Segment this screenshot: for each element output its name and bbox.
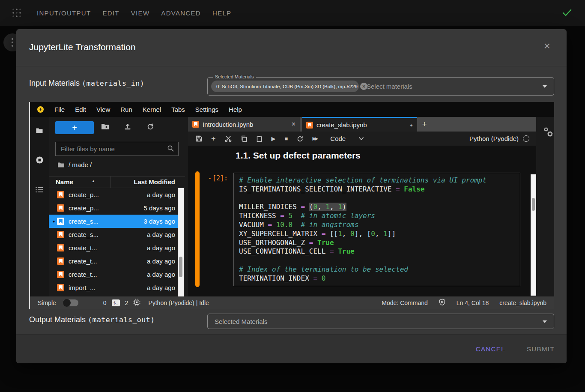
output-materials-label: Output Materials (materials_out): [29, 315, 155, 324]
code-line: [239, 194, 515, 203]
column-last-modified[interactable]: Last Modified: [134, 178, 175, 186]
column-name[interactable]: Name: [56, 178, 73, 186]
run-cell-icon[interactable]: ▶: [272, 136, 276, 141]
app-top-bar: INPUT/OUTPUT EDIT VIEW ADVANCED HELP: [0, 0, 585, 26]
jupyter-menu-help[interactable]: Help: [229, 106, 242, 113]
table-of-contents-icon[interactable]: [30, 181, 49, 198]
new-tab-button[interactable]: +: [417, 117, 432, 132]
copy-icon[interactable]: [241, 135, 247, 142]
file-row[interactable]: ●import_...a day ago: [49, 281, 178, 294]
jupyter-menu: File Edit View Run Kernel Tabs Settings …: [54, 106, 242, 113]
jupyter-menu-settings[interactable]: Settings: [195, 106, 218, 113]
jupyter-menu-kernel[interactable]: Kernel: [143, 106, 161, 113]
breadcrumb[interactable]: / made /: [57, 161, 92, 168]
restart-run-all-icon[interactable]: ▶▶: [312, 136, 317, 141]
cell-type-dropdown[interactable]: Code: [330, 135, 364, 142]
upload-icon[interactable]: [124, 123, 131, 132]
jupyter-menu-tabs[interactable]: Tabs: [171, 106, 185, 113]
status-filename[interactable]: create_slab.ipynb: [499, 299, 546, 306]
file-list: ●create_p...a day ago●create_p...5 days …: [49, 188, 178, 296]
kernel-name[interactable]: Python (Pyodide): [469, 135, 519, 142]
shield-x-icon[interactable]: [439, 299, 446, 307]
prompt-bullet: •: [209, 176, 211, 181]
file-row[interactable]: ●create_s...3 days ago: [49, 215, 178, 228]
output-materials-variable: (materials_out): [88, 316, 155, 324]
check-icon[interactable]: [562, 9, 572, 18]
notebook-scrollbar[interactable]: [531, 174, 536, 296]
jupyter-menu-edit[interactable]: Edit: [75, 106, 86, 113]
simple-mode-toggle[interactable]: [63, 299, 78, 306]
file-browser-tab-icon[interactable]: [30, 122, 49, 139]
jupyter-menu-view[interactable]: View: [96, 106, 110, 113]
cell-type-value: Code: [330, 135, 346, 142]
menu-edit[interactable]: EDIT: [102, 9, 119, 17]
refresh-icon[interactable]: [147, 123, 154, 132]
terminal-icon[interactable]: $_: [112, 299, 120, 306]
mode-indicator[interactable]: Mode: Command: [382, 299, 427, 306]
cursor-position[interactable]: Ln 4, Col 18: [457, 299, 489, 306]
file-name: create_p...: [69, 191, 147, 198]
code-line: XY_SUPERCELL_MATRIX = [[1, 0], [0, 1]]: [239, 230, 515, 239]
menu-help[interactable]: HELP: [212, 9, 231, 17]
file-modified: a day ago: [147, 191, 175, 198]
input-materials-select[interactable]: Selected Materials 0: SrTiO3, Strontium …: [207, 77, 554, 96]
kernels-count[interactable]: 2: [125, 299, 128, 306]
kernel-status-text[interactable]: Python (Pyodide) | Idle: [148, 299, 209, 306]
running-sessions-icon[interactable]: [30, 151, 49, 168]
cut-icon[interactable]: [225, 135, 232, 142]
sort-ascending-icon: ▲: [92, 179, 95, 183]
file-modified: a day ago: [147, 257, 175, 265]
settings-gears-icon[interactable]: [542, 126, 554, 140]
chevron-down-icon[interactable]: [543, 320, 547, 323]
menu-view[interactable]: VIEW: [131, 9, 150, 17]
kernel-chip-icon[interactable]: [133, 299, 140, 307]
file-row[interactable]: ●create_p...a day ago: [49, 188, 178, 201]
file-row[interactable]: ●create_p...5 days ago: [49, 201, 178, 215]
kernel-indicator: Python (Pyodide): [469, 135, 529, 142]
cancel-button[interactable]: CANCEL: [476, 345, 505, 353]
submit-button[interactable]: SUBMIT: [527, 345, 555, 353]
file-row[interactable]: ●create_t...a day ago: [49, 254, 178, 268]
restart-kernel-icon[interactable]: [297, 135, 303, 142]
jupyter-menu-file[interactable]: File: [54, 106, 65, 113]
unsaved-changes-dot-icon[interactable]: ●: [410, 123, 413, 128]
file-row[interactable]: ●create_t...a day ago: [49, 241, 178, 254]
jupyter-menu-run[interactable]: Run: [120, 106, 132, 113]
save-icon[interactable]: [196, 135, 202, 142]
menu-input-output[interactable]: INPUT/OUTPUT: [37, 9, 91, 17]
notebook-file-icon: [57, 257, 64, 265]
terminals-count[interactable]: 0: [103, 299, 107, 306]
file-row[interactable]: ●create_s...a day ago: [49, 228, 178, 241]
tab-close-icon[interactable]: ×: [292, 120, 295, 128]
tab-create-slab-ipynb[interactable]: create_slab.ipynb ●: [302, 117, 417, 132]
tab-introduction-ipynb[interactable]: Introduction.ipynb ×: [188, 117, 300, 132]
output-materials-select[interactable]: Selected Materials: [207, 314, 554, 329]
filter-files-input[interactable]: [55, 142, 179, 156]
file-list-header: Name ▲ Last Modified: [49, 176, 185, 188]
file-name: import_...: [69, 284, 147, 291]
active-cell-bar[interactable]: [195, 171, 200, 287]
material-chip[interactable]: 0: SrTiO3, Strontium Titanate, CUB (Pm-3…: [211, 81, 359, 92]
scrollbar-thumb[interactable]: [179, 257, 182, 277]
dialog-header: JupyterLite Transformation ×: [16, 29, 567, 66]
kernel-status-icon[interactable]: [523, 135, 529, 142]
menu-advanced[interactable]: ADVANCED: [161, 9, 201, 17]
notebook-file-icon: [57, 271, 64, 278]
code-editor[interactable]: # Enable interactive selection of termin…: [233, 173, 520, 286]
app-logo-dots-icon[interactable]: [11, 7, 22, 18]
file-browser-scrollbar[interactable]: [178, 188, 184, 296]
insert-cell-icon[interactable]: +: [211, 135, 216, 143]
paste-icon[interactable]: [256, 135, 263, 142]
chevron-down-icon[interactable]: [543, 85, 547, 88]
markdown-heading[interactable]: 1.1. Set up defect parameters: [236, 150, 361, 161]
screen: INPUT/OUTPUT EDIT VIEW ADVANCED HELP Jup…: [0, 0, 585, 392]
file-row[interactable]: ●create_t...a day ago: [49, 268, 178, 281]
new-folder-icon[interactable]: [101, 123, 109, 132]
new-launcher-button[interactable]: +: [55, 121, 94, 134]
file-modified: 3 days ago: [144, 218, 175, 225]
jupyterlite-embed: File Edit View Run Kernel Tabs Settings …: [29, 102, 554, 309]
stop-kernel-icon[interactable]: ■: [285, 136, 288, 141]
scrollbar-thumb[interactable]: [532, 198, 535, 211]
close-icon[interactable]: ×: [544, 40, 550, 51]
code-line: # Index of the termination to be selecte…: [239, 265, 515, 274]
